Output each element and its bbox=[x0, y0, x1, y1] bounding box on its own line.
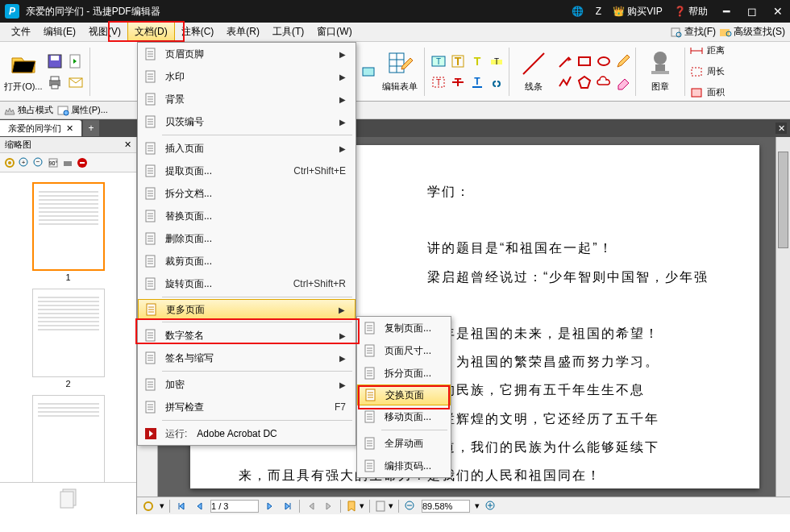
history-back-button[interactable] bbox=[305, 500, 318, 513]
rect-icon[interactable] bbox=[359, 62, 378, 81]
strikethrough-icon[interactable]: T bbox=[448, 73, 468, 92]
menu-item[interactable]: 运行:Adobe Acrobat DC bbox=[138, 422, 356, 445]
tab-add-button[interactable]: + bbox=[83, 120, 99, 136]
rotate-icon[interactable]: 90° bbox=[47, 156, 60, 169]
history-fwd-button[interactable] bbox=[322, 500, 335, 513]
edit-table-button[interactable]: 编辑表单 bbox=[380, 50, 420, 93]
cloud-icon[interactable] bbox=[594, 73, 613, 92]
menu-item[interactable]: 更多页面▶ bbox=[138, 299, 356, 320]
fit-page-icon[interactable]: ▾ bbox=[375, 500, 393, 513]
menu-item[interactable]: 替换页面... bbox=[138, 205, 356, 227]
open-button[interactable]: 打开(O)... bbox=[3, 50, 44, 93]
gear-icon[interactable] bbox=[3, 156, 16, 169]
page-number-field[interactable] bbox=[210, 500, 259, 513]
properties-button[interactable]: 属性(P)... bbox=[56, 104, 108, 116]
text-overlay-icon[interactable]: T bbox=[448, 52, 468, 71]
menu-item[interactable]: 水印▶ bbox=[138, 65, 356, 88]
email-icon[interactable] bbox=[66, 73, 85, 92]
perimeter-tool[interactable]: 周长 bbox=[689, 62, 725, 81]
distance-tool[interactable]: 距离 bbox=[689, 42, 725, 60]
zoom-out-thumb-icon[interactable]: − bbox=[32, 156, 45, 169]
menu-edit[interactable]: 编辑(E) bbox=[37, 23, 82, 41]
zoom-out-button[interactable] bbox=[404, 500, 417, 513]
menu-item[interactable]: 数字签名▶ bbox=[138, 324, 356, 347]
eraser-icon[interactable] bbox=[613, 73, 633, 92]
print-icon[interactable] bbox=[45, 73, 64, 92]
tab-close-icon[interactable]: ✕ bbox=[66, 123, 73, 134]
menu-item[interactable]: 页眉页脚▶ bbox=[138, 43, 356, 65]
menu-document[interactable]: 文档(D) bbox=[127, 22, 175, 42]
menu-tools[interactable]: 工具(T) bbox=[266, 23, 310, 41]
polyline-icon[interactable] bbox=[555, 73, 575, 92]
print-thumb-icon[interactable] bbox=[61, 156, 74, 169]
polygon-icon[interactable] bbox=[575, 73, 594, 92]
menu-item[interactable]: 删除页面... bbox=[138, 227, 356, 250]
vertical-scrollbar[interactable] bbox=[775, 137, 790, 497]
menu-window[interactable]: 窗口(W) bbox=[310, 23, 358, 41]
thumbnail-page-3[interactable] bbox=[32, 395, 105, 482]
menu-item[interactable]: 插入页面▶ bbox=[138, 137, 356, 160]
exclusive-mode-button[interactable]: 独占模式 bbox=[3, 104, 53, 116]
zoom-in-thumb-icon[interactable]: + bbox=[18, 156, 31, 169]
options-gear-icon[interactable] bbox=[142, 500, 155, 513]
save-icon[interactable] bbox=[45, 52, 64, 71]
pencil-icon[interactable] bbox=[613, 52, 633, 71]
bookmark-icon[interactable]: ▾ bbox=[346, 500, 364, 513]
submenu-item[interactable]: 编排页码... bbox=[357, 455, 451, 477]
zoom-in-button[interactable] bbox=[484, 500, 497, 513]
zoom-field[interactable] bbox=[422, 500, 470, 513]
nav-prev-button[interactable] bbox=[193, 500, 206, 513]
find-button[interactable]: 查找(F) bbox=[670, 25, 716, 39]
minimize-button[interactable]: ━ bbox=[719, 5, 734, 18]
menu-form[interactable]: 表单(R) bbox=[220, 23, 266, 41]
menu-item[interactable]: 签名与缩写▶ bbox=[138, 347, 356, 369]
menu-item[interactable]: 背景▶ bbox=[138, 88, 356, 110]
thumbnail-page-1[interactable] bbox=[32, 182, 105, 271]
lines-button[interactable]: 线条 bbox=[514, 50, 554, 93]
text-box-icon[interactable]: T bbox=[429, 52, 448, 71]
menu-item[interactable]: 旋转页面...Ctrl+Shift+R bbox=[138, 272, 356, 295]
shape-tools-group bbox=[555, 52, 631, 92]
circle-shape-icon[interactable] bbox=[594, 52, 613, 71]
tab-active[interactable]: 亲爱的同学们✕ bbox=[0, 120, 81, 136]
menu-item[interactable]: 拼写检查F7 bbox=[138, 396, 356, 418]
text-red-box-icon[interactable]: T bbox=[429, 73, 448, 92]
menu-file[interactable]: 文件 bbox=[5, 23, 37, 41]
nav-first-button[interactable] bbox=[175, 500, 188, 513]
menu-view[interactable]: 视图(V) bbox=[82, 23, 127, 41]
submenu-item[interactable]: 页面尺寸... bbox=[357, 339, 451, 362]
text-yellow-icon[interactable]: T bbox=[468, 52, 487, 71]
menu-item[interactable]: 拆分文档... bbox=[138, 182, 356, 205]
area-tool[interactable]: 面积 bbox=[689, 83, 725, 102]
highlight-icon[interactable]: T bbox=[487, 52, 506, 71]
help-button[interactable]: ❓ 帮助 bbox=[674, 5, 708, 19]
submenu-item[interactable]: 拆分页面... bbox=[357, 362, 451, 384]
delete-thumb-icon[interactable] bbox=[76, 156, 89, 169]
submenu-item[interactable]: 全屏动画 bbox=[357, 432, 451, 455]
tabbar-close-icon[interactable]: ✕ bbox=[775, 123, 787, 134]
menu-item[interactable]: 提取页面...Ctrl+Shift+E bbox=[138, 160, 356, 182]
nav-last-button[interactable] bbox=[281, 500, 294, 513]
pages-stack-icon[interactable] bbox=[56, 487, 81, 511]
underline-icon[interactable]: T bbox=[468, 73, 487, 92]
thumbnail-page-2[interactable] bbox=[32, 289, 105, 377]
maximize-button[interactable]: ◻ bbox=[745, 5, 759, 18]
link-icon[interactable] bbox=[487, 73, 506, 92]
submenu-item[interactable]: 移动页面... bbox=[357, 405, 451, 428]
advanced-find-button[interactable]: 高级查找(S) bbox=[719, 25, 785, 39]
globe-icon[interactable]: 🌐 bbox=[572, 5, 584, 18]
nav-next-button[interactable] bbox=[264, 500, 276, 513]
submenu-item[interactable]: 交换页面 bbox=[357, 384, 451, 405]
menu-item[interactable]: 贝茨编号▶ bbox=[138, 110, 356, 133]
menu-annotate[interactable]: 注释(C) bbox=[175, 23, 221, 41]
close-button[interactable]: ✕ bbox=[771, 5, 785, 18]
arrow-icon[interactable] bbox=[555, 52, 575, 71]
menu-item[interactable]: 裁剪页面... bbox=[138, 250, 356, 272]
user-label[interactable]: Z bbox=[596, 6, 601, 17]
prev-doc-icon[interactable] bbox=[66, 52, 85, 71]
menu-item[interactable]: 加密▶ bbox=[138, 373, 356, 396]
submenu-item[interactable]: 复制页面... bbox=[357, 317, 451, 339]
stamp-button[interactable]: 图章 bbox=[640, 50, 680, 93]
vip-button[interactable]: 👑 购买VIP bbox=[613, 5, 663, 19]
rect-shape-icon[interactable] bbox=[575, 52, 594, 71]
